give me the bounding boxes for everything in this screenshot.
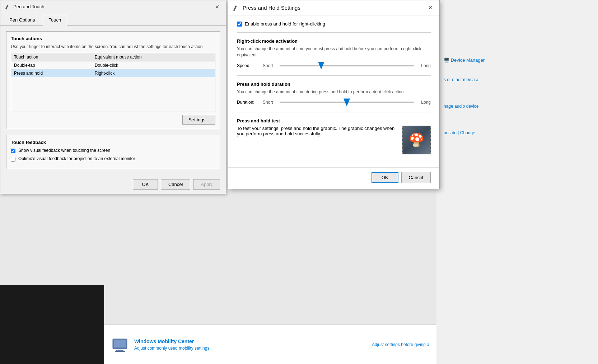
- visual-feedback-checkbox[interactable]: [11, 149, 15, 153]
- col-mouse-action: Equivalent mouse action: [92, 53, 215, 61]
- projection-feedback-label: Optimize visual feedback for projection …: [18, 156, 135, 161]
- table-row-empty: [11, 94, 215, 103]
- svg-rect-2: [116, 350, 123, 351]
- separator-1: [237, 32, 431, 33]
- device-manager-link[interactable]: 🖥️ Device Manager: [444, 57, 591, 63]
- pen-touch-buttons: OK Cancel Apply: [0, 175, 226, 194]
- mobility-center-icon: [111, 336, 129, 353]
- pen-touch-tabs: Pen Options Touch: [0, 13, 226, 25]
- touch-actions-title: Touch actions: [11, 36, 215, 41]
- svg-rect-3: [115, 351, 125, 352]
- tab-touch[interactable]: Touch: [43, 15, 67, 25]
- other-links[interactable]: ons do | Change: [444, 130, 591, 135]
- press-hold-action: Press and hold: [11, 69, 92, 77]
- press-hold-mouse: Right-click: [92, 69, 215, 77]
- enable-press-hold-label: Enable press and hold for right-clicking: [245, 21, 325, 27]
- table-row-empty: [11, 77, 215, 86]
- projection-feedback-row: Optimize visual feedback for projection …: [11, 156, 215, 162]
- touch-feedback-title: Touch feedback: [11, 140, 215, 145]
- enable-press-hold-row: Enable press and hold for right-clicking: [237, 21, 431, 27]
- press-hold-close-button[interactable]: ✕: [425, 3, 435, 13]
- duration-short-label: Short: [263, 100, 275, 105]
- tab-pen-options[interactable]: Pen Options: [3, 15, 41, 25]
- ok-button[interactable]: OK: [133, 179, 158, 190]
- settings-btn-row: Settings...: [11, 115, 215, 125]
- audio-link[interactable]: nage audio device: [444, 104, 591, 109]
- ph-titlebar-left: Press and Hold Settings: [233, 5, 300, 11]
- press-hold-titlebar: Press and Hold Settings ✕: [228, 0, 439, 15]
- test-area: To test your settings, press and hold th…: [237, 126, 431, 154]
- touch-actions-group: Touch actions Use your finger to interac…: [6, 31, 220, 129]
- duration-section: Press and hold duration You can change t…: [237, 81, 431, 105]
- dark-bottom-area: [0, 285, 104, 364]
- test-title: Press and hold test: [237, 118, 431, 123]
- test-section: Press and hold test To test your setting…: [237, 118, 431, 154]
- svg-rect-1: [114, 340, 126, 347]
- pen-touch-title: Pen and Touch: [13, 4, 45, 9]
- pen-touch-titlebar: Pen and Touch ✕: [0, 0, 226, 13]
- mobility-text: Windows Mobility Center Adjust commonly …: [134, 339, 366, 351]
- table-row-empty: [11, 103, 215, 112]
- speed-slider[interactable]: [280, 65, 414, 66]
- enable-press-hold-checkbox[interactable]: [237, 22, 242, 27]
- pen-icon: [5, 4, 10, 10]
- press-hold-title: Press and Hold Settings: [243, 5, 300, 11]
- separator-2: [237, 75, 431, 76]
- mobility-title[interactable]: Windows Mobility Center: [134, 339, 366, 344]
- pen-touch-close-button[interactable]: ✕: [213, 3, 221, 11]
- projection-feedback-checkbox[interactable]: [11, 157, 15, 162]
- visual-feedback-label: Show visual feedback when touching the s…: [18, 148, 110, 153]
- mobility-desc: Adjust commonly used mobility settings: [134, 346, 366, 351]
- speed-slider-row: Speed: Short Long: [237, 63, 431, 68]
- table-row[interactable]: Double-tap Double-click: [11, 61, 215, 70]
- settings-button[interactable]: Settings...: [182, 115, 215, 125]
- ph-cancel-button[interactable]: Cancel: [401, 172, 431, 183]
- speed-long-label: Long: [418, 63, 431, 68]
- duration-slider[interactable]: [280, 102, 414, 103]
- table-row-empty: [11, 86, 215, 94]
- speed-short-label: Short: [263, 63, 275, 68]
- right-click-section: Right-click mode activation You can chan…: [237, 38, 431, 68]
- double-tap-mouse: Double-click: [92, 61, 215, 70]
- mobility-link[interactable]: Adjust settings before giving a: [372, 342, 429, 347]
- titlebar-left: Pen and Touch: [5, 4, 45, 10]
- media-link[interactable]: s or other media a: [444, 77, 591, 82]
- pen-icon-ph: [233, 5, 239, 11]
- right-panel: 🖥️ Device Manager s or other media a nag…: [436, 0, 598, 364]
- touch-feedback-group: Touch feedback Show visual feedback when…: [6, 135, 220, 169]
- duration-label: Duration:: [237, 100, 258, 105]
- speed-label: Speed:: [237, 63, 258, 68]
- duration-desc: You can change the amount of time during…: [237, 89, 431, 95]
- touch-actions-table: Touch action Equivalent mouse action Dou…: [11, 53, 215, 112]
- pen-touch-content: Touch actions Use your finger to interac…: [0, 25, 226, 175]
- apply-button[interactable]: Apply: [193, 179, 220, 190]
- right-click-desc: You can change the amount of time you mu…: [237, 46, 431, 58]
- test-graphic[interactable]: [402, 126, 431, 154]
- visual-feedback-row: Show visual feedback when touching the s…: [11, 148, 215, 153]
- mushroom-graphic: [403, 126, 430, 154]
- table-row[interactable]: Press and hold Right-click: [11, 69, 215, 77]
- duration-slider-row: Duration: Short Long: [237, 100, 431, 105]
- right-click-title: Right-click mode activation: [237, 38, 431, 44]
- right-panel-links: 🖥️ Device Manager s or other media a nag…: [444, 57, 591, 135]
- duration-long-label: Long: [418, 100, 431, 105]
- pen-touch-dialog: Pen and Touch ✕ Pen Options Touch Touch …: [0, 0, 226, 194]
- press-hold-content: Enable press and hold for right-clicking…: [228, 15, 439, 167]
- duration-title: Press and hold duration: [237, 81, 431, 87]
- test-desc: To test your settings, press and hold th…: [237, 126, 396, 136]
- mobility-center-bar: Windows Mobility Center Adjust commonly …: [104, 325, 436, 364]
- double-tap-action: Double-tap: [11, 61, 92, 70]
- touch-actions-desc: Use your finger to interact with items o…: [11, 44, 215, 49]
- cancel-button[interactable]: Cancel: [161, 179, 190, 190]
- press-hold-buttons: OK Cancel: [228, 167, 439, 189]
- col-touch-action: Touch action: [11, 53, 92, 61]
- ph-ok-button[interactable]: OK: [372, 172, 398, 183]
- press-hold-dialog: Press and Hold Settings ✕ Enable press a…: [228, 0, 440, 189]
- separator-3: [237, 112, 431, 112]
